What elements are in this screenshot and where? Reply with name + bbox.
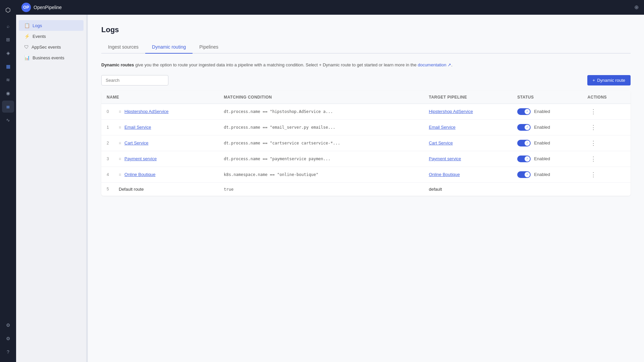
help-icon[interactable]: ? <box>2 346 14 358</box>
settings-gear-icon[interactable]: ⚙ <box>2 319 14 331</box>
drag-handle-icon[interactable]: ≡ <box>119 125 121 130</box>
tab-dynamic-routing[interactable]: Dynamic routing <box>145 41 193 54</box>
security-rail-icon[interactable]: ◉ <box>2 87 14 99</box>
status-toggle[interactable]: ✓ <box>517 108 531 115</box>
row-name-cell: 4 ≡ Online Boutique <box>101 167 218 182</box>
dashboards-rail-icon[interactable]: ▦ <box>2 60 14 72</box>
sidebar-item-appsec[interactable]: 🛡 AppSec events <box>19 42 84 52</box>
row-actions-menu[interactable]: ⋮ <box>588 123 599 132</box>
wave-rail-icon[interactable]: ∿ <box>2 114 14 126</box>
logo-icon: OP <box>23 5 29 10</box>
row-actions-cell: ⋮ <box>582 104 631 119</box>
table-header-row: Name Matching condition Target pipeline … <box>101 91 631 104</box>
sidebar-item-events[interactable]: ⚡ Events <box>19 31 84 42</box>
status-label: Enabled <box>534 125 550 130</box>
app-name: OP OpenPipeline <box>21 3 62 12</box>
row-name-cell: 0 ≡ Hipstershop AdService <box>101 104 218 119</box>
row-target-link[interactable]: Email Service <box>429 125 455 130</box>
row-condition-cell: true <box>218 182 423 196</box>
drag-handle-icon[interactable]: ≡ <box>119 109 121 114</box>
page-title: Logs <box>101 25 631 34</box>
icon-rail: ⬡ ⌕ ⊞ ◈ ▦ ≋ ◉ ≣ ∿ ⚙ ⚙ ? <box>0 0 16 362</box>
row-name-static: Default route <box>119 187 144 192</box>
sidebar-logs-label: Logs <box>33 23 42 28</box>
documentation-link[interactable]: documentation ↗ <box>418 62 451 67</box>
row-target-cell: default <box>423 182 512 196</box>
status-toggle[interactable]: ✓ <box>517 156 531 162</box>
row-condition-cell: dt.process.name == "email_server.py emai… <box>218 119 423 135</box>
app-logo-icon[interactable]: ⬡ <box>2 4 14 16</box>
status-toggle[interactable]: ✓ <box>517 171 531 178</box>
row-index: 2 <box>107 141 117 145</box>
row-name-link[interactable]: Payment service <box>124 156 157 161</box>
page-wrapper: 📋 Logs ⚡ Events 🛡 AppSec events 📊 Busine… <box>16 15 644 362</box>
top-bar: OP OpenPipeline ⊕ <box>16 0 644 15</box>
row-actions-menu[interactable]: ⋮ <box>588 154 599 164</box>
table-row: 5 Default route truedefault <box>101 182 631 196</box>
drag-handle-icon[interactable]: ≡ <box>119 172 121 177</box>
row-status-cell <box>512 182 582 196</box>
tab-pipelines[interactable]: Pipelines <box>193 41 225 54</box>
row-actions-menu[interactable]: ⋮ <box>588 107 599 116</box>
row-target-link[interactable]: Hipstershop AdService <box>429 109 473 114</box>
status-label: Enabled <box>534 156 550 161</box>
toggle-knob: ✓ <box>525 172 530 177</box>
row-status-cell: ✓ Enabled <box>512 104 582 119</box>
status-toggle[interactable]: ✓ <box>517 124 531 131</box>
row-target-link[interactable]: Payment service <box>429 156 461 161</box>
toggle-knob: ✓ <box>525 140 530 146</box>
logs-rail-icon[interactable]: ≣ <box>2 101 14 113</box>
row-index: 4 <box>107 172 117 177</box>
drag-handle-icon[interactable]: ≡ <box>119 157 121 161</box>
workflow-icon[interactable]: ⚙ <box>2 333 14 345</box>
sidebar-business-label: Business events <box>33 55 64 60</box>
tab-ingest-sources[interactable]: Ingest sources <box>101 41 145 54</box>
row-actions-cell: ⋮ <box>582 167 631 182</box>
sidebar-item-business[interactable]: 📊 Business events <box>19 52 84 63</box>
row-name-cell: 1 ≡ Email Service <box>101 119 218 135</box>
grid-rail-icon[interactable]: ⊞ <box>2 34 14 46</box>
search-input[interactable] <box>101 75 168 85</box>
row-condition: true <box>224 187 233 192</box>
top-bar-right-icon[interactable]: ⊕ <box>634 4 639 10</box>
status-label: Enabled <box>534 172 550 177</box>
search-rail-icon[interactable]: ⌕ <box>2 20 14 32</box>
extensions-rail-icon[interactable]: ◈ <box>2 47 14 59</box>
row-actions-cell: ⋮ <box>582 151 631 167</box>
row-target-link[interactable]: Online Boutique <box>429 172 460 177</box>
row-condition-cell: dt.process.name == "cartservice cartserv… <box>218 135 423 151</box>
logs-sidebar-icon: 📋 <box>24 23 30 28</box>
table-row: 3 ≡ Payment service dt.process.name == "… <box>101 151 631 167</box>
table-row: 2 ≡ Cart Service dt.process.name == "car… <box>101 135 631 151</box>
row-name-link[interactable]: Online Boutique <box>124 172 156 177</box>
row-actions-menu[interactable]: ⋮ <box>588 138 599 148</box>
table-row: 1 ≡ Email Service dt.process.name == "em… <box>101 119 631 135</box>
left-nav: 📋 Logs ⚡ Events 🛡 AppSec events 📊 Busine… <box>16 15 87 362</box>
row-name-link[interactable]: Cart Service <box>124 140 149 145</box>
events-sidebar-icon: ⚡ <box>24 34 30 39</box>
table-body: 0 ≡ Hipstershop AdService dt.process.nam… <box>101 104 631 196</box>
col-target: Target pipeline <box>423 91 512 104</box>
metrics-rail-icon[interactable]: ≋ <box>2 74 14 86</box>
row-actions-cell: ⋮ <box>582 119 631 135</box>
row-name-link[interactable]: Email Service <box>124 125 151 130</box>
table-header: Name Matching condition Target pipeline … <box>101 91 631 104</box>
drag-handle-icon[interactable]: ≡ <box>119 141 121 145</box>
row-condition-cell: k8s.namespace.name == "online-boutique" <box>218 167 423 182</box>
row-index: 1 <box>107 125 117 130</box>
status-toggle[interactable]: ✓ <box>517 140 531 146</box>
add-button-label: Dynamic route <box>597 78 625 83</box>
row-name-link[interactable]: Hipstershop AdService <box>124 109 169 114</box>
appsec-sidebar-icon: 🛡 <box>24 44 29 50</box>
add-icon: + <box>593 78 595 83</box>
description-strong: Dynamic routes <box>101 62 134 67</box>
app-title: OpenPipeline <box>34 5 62 10</box>
add-dynamic-route-button[interactable]: + Dynamic route <box>587 75 631 85</box>
toggle-knob: ✓ <box>525 156 530 162</box>
sidebar-appsec-label: AppSec events <box>32 45 61 50</box>
row-target-link[interactable]: Cart Service <box>429 140 453 145</box>
row-actions-cell: ⋮ <box>582 135 631 151</box>
row-status-cell: ✓ Enabled <box>512 151 582 167</box>
sidebar-item-logs[interactable]: 📋 Logs <box>19 20 84 31</box>
row-actions-menu[interactable]: ⋮ <box>588 170 599 179</box>
